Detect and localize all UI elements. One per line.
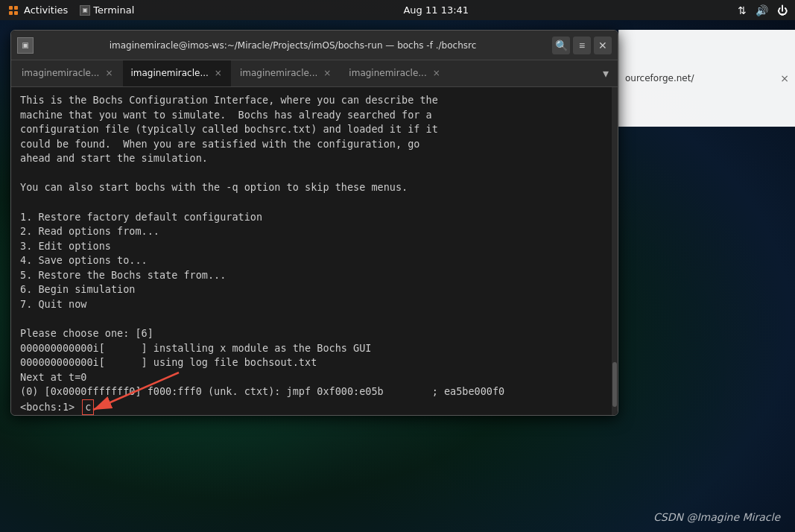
top-bar-right: ⇅ 🔊 ⏻ bbox=[738, 4, 788, 16]
terminal-content: This is the Bochs Configuration Interfac… bbox=[11, 87, 618, 415]
terminal-output: This is the Bochs Configuration Interfac… bbox=[20, 93, 603, 399]
tab-3-close[interactable]: × bbox=[322, 66, 332, 80]
tab-1-label: imaginemiracle... bbox=[22, 68, 99, 78]
prompt-input-box: c bbox=[82, 399, 94, 415]
tab-4-close[interactable]: × bbox=[431, 66, 442, 80]
tab-2-close[interactable]: × bbox=[213, 66, 224, 80]
svg-rect-2 bbox=[9, 11, 13, 15]
terminal-titlebar: ▣ imaginemiracle@imos-ws:~/Miracle/Proje… bbox=[11, 31, 618, 60]
terminal-app[interactable]: ▣ Terminal bbox=[80, 4, 134, 16]
side-panel-url: ourceforge.net/ bbox=[625, 73, 694, 83]
tab-bar: imaginemiracle... × imaginemiracle... × … bbox=[11, 60, 618, 87]
tab-3-label: imaginemiracle... bbox=[240, 68, 317, 78]
prompt-text: <bochs:1> bbox=[20, 400, 75, 415]
prompt-space bbox=[75, 400, 80, 415]
side-panel: ourceforge.net/ × bbox=[618, 30, 795, 127]
tab-dropdown[interactable]: ▾ bbox=[597, 60, 615, 86]
prompt-input-char: c bbox=[85, 400, 91, 415]
activities-label[interactable]: Activities bbox=[24, 4, 68, 16]
network-icon[interactable]: ⇅ bbox=[738, 4, 747, 16]
tab-4-label: imaginemiracle... bbox=[349, 68, 426, 78]
side-panel-close[interactable]: × bbox=[780, 72, 789, 84]
svg-rect-3 bbox=[14, 11, 18, 15]
tab-3[interactable]: imaginemiracle... × bbox=[232, 60, 340, 86]
tab-1[interactable]: imaginemiracle... × bbox=[14, 60, 121, 86]
watermark: CSDN @Imagine Miracle bbox=[653, 511, 780, 523]
scrollbar-thumb[interactable] bbox=[612, 362, 617, 407]
search-button[interactable]: 🔍 bbox=[552, 37, 570, 54]
svg-rect-0 bbox=[9, 6, 13, 10]
tab-2[interactable]: imaginemiracle... × bbox=[123, 60, 230, 86]
volume-icon[interactable]: 🔊 bbox=[756, 4, 768, 16]
terminal-window: ▣ imaginemiracle@imos-ws:~/Miracle/Proje… bbox=[10, 30, 618, 416]
menu-button[interactable]: ≡ bbox=[573, 37, 591, 54]
top-bar-left: Activities ▣ Terminal bbox=[7, 4, 134, 16]
terminal-text-area[interactable]: This is the Bochs Configuration Interfac… bbox=[11, 87, 612, 415]
scrollbar[interactable] bbox=[612, 87, 618, 415]
terminal-small-icon: ▣ bbox=[80, 5, 90, 16]
tab-2-label: imaginemiracle... bbox=[130, 68, 208, 78]
terminal-title: imaginemiracle@imos-ws:~/Miracle/Project… bbox=[38, 40, 548, 51]
power-icon[interactable]: ⏻ bbox=[777, 4, 788, 16]
svg-rect-1 bbox=[14, 6, 18, 10]
prompt-line: <bochs:1> c bbox=[20, 399, 603, 415]
close-button[interactable]: ✕ bbox=[594, 37, 612, 54]
terminal-window-icon: ▣ bbox=[17, 37, 34, 54]
tab-1-close[interactable]: × bbox=[104, 66, 114, 80]
window-controls: 🔍 ≡ ✕ bbox=[552, 37, 612, 54]
top-bar-datetime: Aug 11 13:41 bbox=[403, 4, 469, 16]
top-bar: Activities ▣ Terminal Aug 11 13:41 ⇅ 🔊 ⏻ bbox=[0, 0, 795, 20]
tab-4[interactable]: imaginemiracle... × bbox=[341, 60, 449, 86]
terminal-app-label: Terminal bbox=[93, 4, 134, 16]
activities-icon[interactable] bbox=[7, 4, 19, 16]
